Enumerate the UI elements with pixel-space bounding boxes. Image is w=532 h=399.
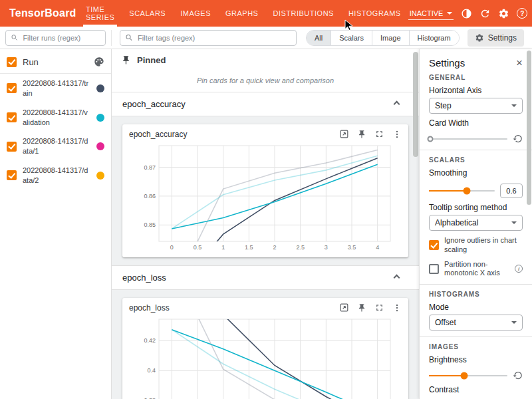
- pin-icon[interactable]: [357, 303, 366, 313]
- card-toolbar: [339, 303, 402, 313]
- pin-icon[interactable]: [357, 130, 366, 139]
- run-checkbox[interactable]: [7, 83, 17, 93]
- main-scrollbar-thumb[interactable]: [413, 52, 418, 157]
- chip-all[interactable]: All: [307, 31, 331, 45]
- horizontal-axis-select[interactable]: Step: [429, 98, 523, 114]
- run-row-validation[interactable]: 20220808-141317/validation: [0, 103, 111, 132]
- palette-icon[interactable]: [94, 57, 104, 67]
- divider: [420, 284, 532, 285]
- chevron-down-icon: [511, 221, 517, 224]
- section-header-epoch-loss[interactable]: epoch_loss: [112, 266, 419, 290]
- help-icon[interactable]: ?: [517, 8, 527, 19]
- collapse-icon[interactable]: [394, 101, 400, 108]
- ignore-outliers-checkbox[interactable]: [429, 240, 439, 250]
- runs-header-label: Run: [23, 57, 88, 67]
- divider: [420, 150, 532, 150]
- theme-toggle-icon[interactable]: [461, 8, 472, 19]
- reset-icon[interactable]: [513, 370, 523, 380]
- chip-histogram[interactable]: Histogram: [409, 31, 459, 45]
- tab-images[interactable]: IMAGES: [173, 0, 218, 27]
- main-content: Pinned Pin cards for a quick view and co…: [112, 49, 419, 399]
- svg-text:0.86: 0.86: [144, 193, 156, 200]
- svg-text:0.5: 0.5: [194, 244, 202, 251]
- settings-panel: Settings × GENERAL Horizontal Axis Step …: [419, 49, 532, 399]
- runs-header-row: Run: [0, 49, 111, 73]
- histograms-section-label: HISTOGRAMS: [429, 291, 523, 298]
- app-logo[interactable]: TensorBoard: [0, 7, 78, 19]
- settings-scrollbar-thumb[interactable]: [527, 51, 531, 205]
- run-checkbox[interactable]: [7, 112, 17, 122]
- top-nav: TIME SERIES SCALARS IMAGES GRAPHS DISTRI…: [78, 0, 408, 27]
- run-name: 20220808-141317/data/2: [23, 166, 90, 186]
- run-checkbox[interactable]: [7, 170, 17, 180]
- run-row-data-1[interactable]: 20220808-141317/data/1: [0, 132, 111, 161]
- pinned-empty-message: Pin cards for a quick view and compariso…: [112, 71, 419, 92]
- histogram-mode-label: Mode: [429, 303, 523, 312]
- brightness-slider[interactable]: [429, 375, 507, 376]
- histogram-mode-value: Offset: [435, 318, 456, 327]
- search-icon: [11, 33, 18, 42]
- partition-x-axis-checkbox[interactable]: [429, 264, 439, 274]
- general-section-label: GENERAL: [429, 74, 523, 81]
- reset-icon[interactable]: [513, 134, 523, 144]
- info-icon[interactable]: i: [515, 265, 523, 273]
- settings-button-label: Settings: [488, 33, 517, 43]
- tooltip-sorting-value: Alphabetical: [435, 218, 478, 227]
- tab-time-series[interactable]: TIME SERIES: [78, 0, 122, 27]
- smoothing-slider[interactable]: [429, 190, 495, 192]
- tooltip-sorting-label: Tooltip sorting method: [429, 203, 523, 212]
- tooltip-sorting-select[interactable]: Alphabetical: [429, 215, 523, 231]
- status-label: INACTIVE: [410, 9, 444, 17]
- fullscreen-icon[interactable]: [374, 303, 384, 313]
- scalars-section-label: SCALARS: [429, 156, 523, 164]
- refresh-icon[interactable]: [479, 8, 491, 19]
- histogram-mode-select[interactable]: Offset: [429, 315, 523, 331]
- reload-status-select[interactable]: INACTIVE: [408, 7, 454, 20]
- search-icon: [125, 33, 133, 42]
- svg-text:4: 4: [376, 244, 379, 251]
- filter-runs-box[interactable]: [5, 30, 106, 46]
- run-checkbox[interactable]: [7, 142, 17, 152]
- run-row-data-2[interactable]: 20220808-141317/data/2: [0, 161, 111, 190]
- run-color-dot: [96, 142, 104, 150]
- ignore-outliers-label: Ignore outliers in chart scaling: [444, 236, 523, 255]
- ignore-outliers-row: Ignore outliers in chart scaling: [429, 236, 523, 255]
- runs-filter-cell: [0, 30, 112, 46]
- pinned-title: Pinned: [137, 55, 166, 65]
- section-header-epoch-accuracy[interactable]: epoch_accuracy: [112, 92, 419, 116]
- card-width-slider[interactable]: [429, 138, 507, 140]
- settings-button[interactable]: Settings: [467, 29, 524, 47]
- filter-tags-box[interactable]: [120, 30, 297, 46]
- fullscreen-icon[interactable]: [374, 129, 384, 139]
- svg-text:0.85: 0.85: [144, 221, 156, 228]
- filter-runs-input[interactable]: [21, 33, 100, 43]
- brightness-row: [429, 370, 523, 380]
- close-icon[interactable]: ×: [516, 57, 523, 68]
- filter-tags-input[interactable]: [136, 33, 291, 43]
- epoch-accuracy-chart[interactable]: 00.511.522.533.540.850.860.87: [132, 142, 398, 253]
- fit-domain-icon[interactable]: [339, 129, 349, 139]
- tensorboard-app: TensorBoard TIME SERIES SCALARS IMAGES G…: [0, 0, 532, 399]
- tab-scalars[interactable]: SCALARS: [122, 0, 173, 27]
- epoch-loss-chart[interactable]: 00.511.522.533.540.360.380.40.42: [132, 315, 398, 399]
- tab-distributions[interactable]: DISTRIBUTIONS: [265, 0, 340, 27]
- run-name: 20220808-141317/validation: [23, 108, 90, 128]
- run-name: 20220808-141317/train: [23, 78, 90, 98]
- more-options-icon[interactable]: [392, 303, 402, 313]
- more-options-icon[interactable]: [392, 130, 402, 139]
- header-actions: INACTIVE ?: [408, 7, 532, 20]
- run-row-train[interactable]: 20220808-141317/train: [0, 74, 111, 103]
- chevron-down-icon: [511, 321, 517, 324]
- chip-scalars[interactable]: Scalars: [331, 31, 372, 45]
- select-all-runs-checkbox[interactable]: [7, 57, 17, 67]
- tab-graphs[interactable]: GRAPHS: [218, 0, 265, 27]
- tab-histograms[interactable]: HISTOGRAMS: [341, 0, 408, 27]
- fit-domain-icon[interactable]: [339, 303, 349, 313]
- partition-x-axis-row: Partition non-monotonic X axis i: [429, 260, 523, 279]
- collapse-icon[interactable]: [394, 275, 400, 281]
- chip-image[interactable]: Image: [372, 31, 409, 45]
- svg-text:3.5: 3.5: [348, 244, 356, 251]
- smoothing-value-input[interactable]: [500, 184, 523, 198]
- gear-icon[interactable]: [498, 8, 509, 19]
- horizontal-axis-value: Step: [435, 101, 452, 110]
